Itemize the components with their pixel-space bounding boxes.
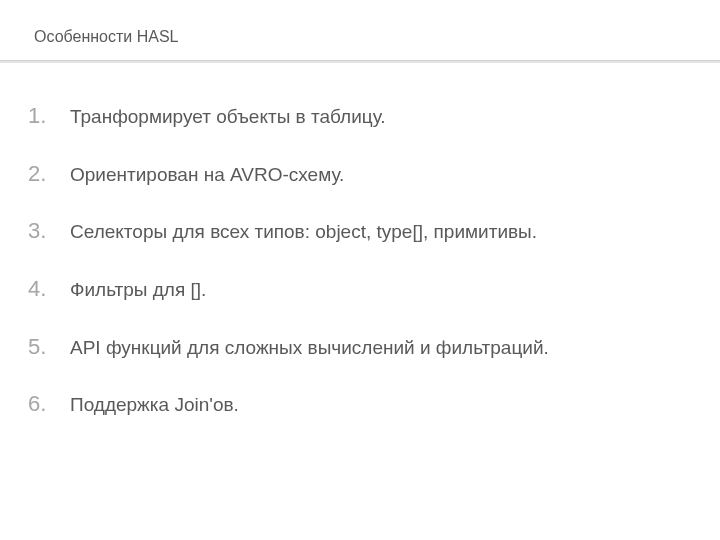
list-text: Транформирует объекты в таблицу. — [70, 104, 386, 130]
list-item: 2. Ориентирован на AVRO-схему. — [28, 159, 690, 189]
list-text: Фильтры для []. — [70, 277, 206, 303]
list-text: Селекторы для всех типов: object, type[]… — [70, 219, 537, 245]
list-item: 3. Селекторы для всех типов: object, typ… — [28, 216, 690, 246]
list-number: 5. — [28, 332, 56, 362]
list-number: 3. — [28, 216, 56, 246]
list-text: API функций для сложных вычислений и фил… — [70, 335, 549, 361]
list-number: 4. — [28, 274, 56, 304]
list-item: 4. Фильтры для []. — [28, 274, 690, 304]
list-item: 1. Транформирует объекты в таблицу. — [28, 101, 690, 131]
list-text: Ориентирован на AVRO-схему. — [70, 162, 344, 188]
list-number: 2. — [28, 159, 56, 189]
list-item: 6. Поддержка Join'ов. — [28, 389, 690, 419]
slide-content: 1. Транформирует объекты в таблицу. 2. О… — [0, 63, 720, 419]
list-item: 5. API функций для сложных вычислений и … — [28, 332, 690, 362]
slide-title: Особенности HASL — [34, 28, 720, 46]
list-text: Поддержка Join'ов. — [70, 392, 239, 418]
list-number: 1. — [28, 101, 56, 131]
list-number: 6. — [28, 389, 56, 419]
slide-header: Особенности HASL — [0, 0, 720, 46]
feature-list: 1. Транформирует объекты в таблицу. 2. О… — [28, 101, 690, 419]
